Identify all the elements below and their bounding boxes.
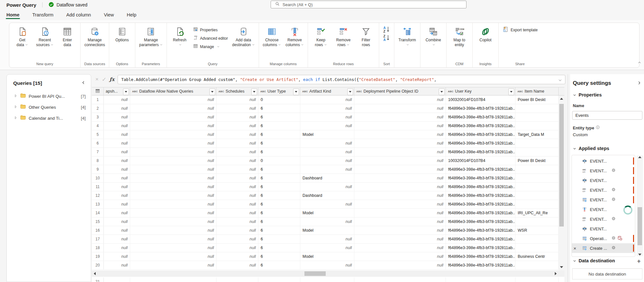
grid-cell[interactable] [258,277,300,282]
grid-cell[interactable]: null [130,261,216,269]
add-data-destination-button[interactable]: Add datadestination [230,25,257,47]
grid-cell[interactable]: null [104,165,130,174]
remove-rows-button[interactable]: Removerows [332,25,355,47]
step-settings-icon[interactable] [611,168,616,174]
grid-cell[interactable]: f64896e3-398e-4fb3-bf78-192811ab... [446,252,515,261]
applied-step-event[interactable]: EVENT... [572,156,635,166]
grid-cell[interactable]: null [354,252,446,261]
h-scroll-thumb[interactable] [304,271,326,276]
tab-transform[interactable]: Transform [32,11,54,20]
grid-cell[interactable]: null [216,183,258,191]
query-name-input[interactable]: Events [572,111,642,120]
grid-cell[interactable]: 6 [258,252,300,261]
grid-cell[interactable]: null [354,104,446,113]
grid-cell[interactable]: null [216,156,258,165]
tab-help[interactable]: Help [126,11,137,20]
grid-cell[interactable]: null [354,244,446,252]
grid-cell[interactable]: null [354,226,446,235]
grid-cell[interactable]: f64896e3-398e-4fb3-bf78-192811ab... [446,148,515,156]
row-number[interactable]: 18 [92,244,104,252]
filter-icon[interactable] [251,88,257,95]
scroll-left-icon[interactable] [92,270,98,277]
grid-cell[interactable] [515,165,559,174]
grid-cell[interactable]: f64896e3-398e-4fb3-bf78-192811ab... [446,139,515,147]
horizontal-scrollbar[interactable] [92,270,564,277]
grid-cell[interactable]: null [130,156,216,165]
row-number[interactable]: 16 [92,226,104,235]
grid-cell[interactable]: null [354,191,446,200]
formula-input[interactable]: Table.AddColumn(#"Operation Group Added … [118,75,565,84]
choose-columns-button[interactable]: Choosecolumns [261,25,284,47]
steps-scroll-thumb[interactable] [638,207,642,245]
step-settings-icon[interactable] [611,216,616,222]
remove-columns-button[interactable]: Removecolumns [283,25,306,47]
grid-cell[interactable]: null [216,252,258,261]
filter-icon[interactable] [508,88,514,95]
row-number[interactable]: 19 [92,252,104,261]
grid-cell[interactable]: null [354,139,446,147]
grid-cell[interactable]: null [354,183,446,191]
grid-cell[interactable]: null [130,96,216,104]
row-number[interactable]: 15 [92,217,104,226]
grid-cell[interactable] [515,217,559,226]
grid-cell[interactable]: 100320014FD107B4 [446,156,515,165]
row-number[interactable]: 11 [92,183,104,191]
grid-cell[interactable]: null [104,156,130,165]
collapse-ribbon-icon[interactable] [638,60,641,66]
grid-cell[interactable]: null [104,261,130,269]
grid-cell[interactable]: null [216,191,258,200]
grid-cell[interactable]: null [130,122,216,130]
grid-cell[interactable]: null [104,174,130,182]
grid-cell[interactable]: null [300,200,354,208]
add-destination-icon[interactable]: + [637,258,641,265]
grid-cell[interactable]: null [216,148,258,156]
grid-cell[interactable]: 6 [258,226,300,235]
query-group-other-queries[interactable]: Other Queries[4] [7,102,91,113]
map-to-entity-button[interactable]: CDMMap toentity [448,25,471,47]
grid-cell[interactable]: null [104,130,130,139]
grid-cell[interactable]: null [300,122,354,130]
grid-cell[interactable] [446,277,515,282]
row-number[interactable]: 1 [92,96,104,104]
grid-cell[interactable]: null [300,96,354,104]
grid-cell[interactable]: 6 [258,244,300,252]
keep-rows-button[interactable]: Keeprows [310,25,332,47]
grid-cell[interactable] [515,122,559,130]
grid-cell[interactable]: null [216,165,258,174]
grid-cell[interactable]: null [216,226,258,235]
filter-icon[interactable] [347,88,353,95]
grid-cell[interactable]: null [216,209,258,217]
grid-cell[interactable]: null [216,174,258,182]
grid-cell[interactable]: null [130,200,216,208]
grid-cell[interactable]: null [104,200,130,208]
grid-cell[interactable]: null [104,226,130,235]
grid-cell[interactable]: f64896e3-398e-4fb3-bf78-192811ab... [446,113,515,121]
grid-cell[interactable]: 6 [258,139,300,147]
collapse-queries-icon[interactable] [81,80,86,86]
grid-cell[interactable]: f64896e3-398e-4fb3-bf78-192811ab... [446,183,515,191]
grid-corner[interactable] [92,87,104,95]
combine-button[interactable]: Combine [422,25,445,47]
grid-cell[interactable]: 6 [258,183,300,191]
grid-cell[interactable]: null [216,261,258,269]
grid-cell[interactable]: f64896e3-398e-4fb3-bf78-192811ab... [446,165,515,174]
grid-cell[interactable] [515,191,559,200]
applied-step-event[interactable]: EVENT... [572,224,635,234]
applied-steps-section-header[interactable]: Applied steps [573,146,609,151]
grid-cell[interactable] [515,174,559,182]
grid-cell[interactable]: null [130,130,216,139]
data-destination-section-header[interactable]: Data destination [573,258,615,263]
grid-cell[interactable] [515,104,559,113]
applied-step-operati[interactable]: Operati... [572,234,635,243]
advanced-editor-button[interactable]: Advanced editor [191,34,230,42]
filter-icon[interactable] [123,88,129,95]
applied-step-event[interactable]: ABC123EVENT... [572,185,635,195]
grid-cell[interactable]: null [104,148,130,156]
grid-cell[interactable]: null [354,217,446,226]
grid-cell[interactable]: null [300,139,354,147]
grid-cell[interactable]: null [104,122,130,130]
row-number[interactable]: 10 [92,174,104,182]
scroll-down-icon[interactable] [559,265,564,270]
collapse-settings-icon[interactable] [637,81,641,86]
column-header-user-type[interactable]: ABCUser Type [258,87,300,95]
